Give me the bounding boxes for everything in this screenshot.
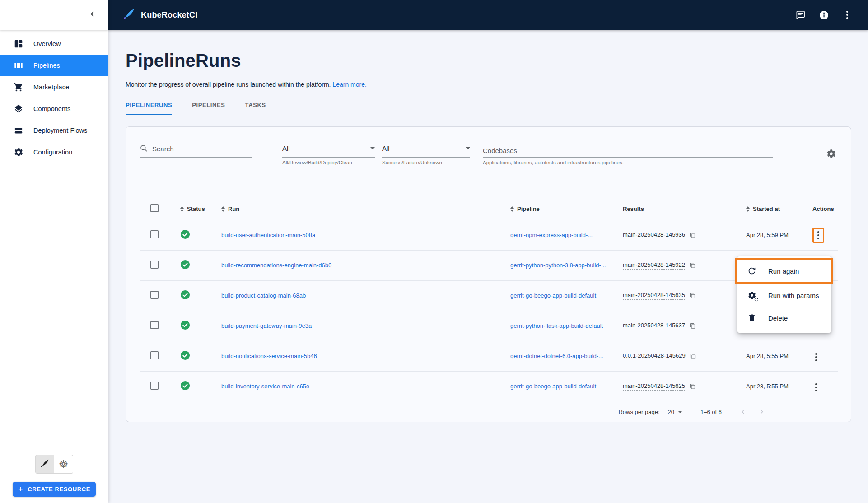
menu-item-delete[interactable]: Delete — [737, 307, 831, 329]
learn-more-link[interactable]: Learn more. — [332, 81, 366, 88]
rocket-view-toggle-button[interactable] — [35, 455, 54, 474]
copy-icon[interactable] — [690, 353, 696, 359]
pipeline-type-value: All — [282, 144, 290, 152]
pipeline-link[interactable]: gerrit-dotnet-dotnet-6.0-app-build-... — [510, 353, 603, 359]
table-settings-gear-icon[interactable] — [826, 149, 836, 161]
pipeline-link[interactable]: gerrit-npm-express-app-build-... — [510, 232, 593, 238]
run-link[interactable]: build-notifications-service-main-5b46 — [221, 353, 317, 359]
sidebar-item-configuration[interactable]: Configuration — [0, 141, 108, 163]
pipeline-link[interactable]: gerrit-python-flask-app-build-default — [510, 322, 603, 329]
row-checkbox[interactable] — [150, 230, 159, 238]
status-select[interactable]: All Success/Failure/Unknown — [382, 142, 470, 165]
run-link[interactable]: build-recommendations-engine-main-d6b0 — [221, 262, 331, 269]
run-link[interactable]: build-payment-gateway-main-9e3a — [221, 322, 312, 329]
status-success-icon — [180, 325, 190, 331]
run-link[interactable]: build-user-authentication-main-508a — [221, 232, 315, 238]
copy-icon[interactable] — [689, 232, 696, 238]
sidebar-item-label: Overview — [33, 40, 61, 47]
create-resource-label: CREATE RESOURCE — [28, 486, 90, 493]
sidebar-item-marketplace[interactable]: Marketplace — [0, 76, 108, 98]
pipelineruns-table: Status Run Pipeline Results Started at A… — [140, 198, 838, 401]
sidebar-item-label: Configuration — [33, 149, 72, 156]
row-actions-kebab-icon[interactable] — [812, 382, 820, 393]
brand[interactable]: KubeRocketCI — [122, 7, 197, 23]
copy-icon[interactable] — [689, 292, 696, 299]
sidebar: Overview Pipelines Marketplace Component… — [0, 0, 108, 503]
description-text: Monitor the progress of overall pipeline… — [126, 81, 331, 88]
row-checkbox[interactable] — [150, 351, 159, 359]
sidebar-item-label: Deployment Flows — [33, 127, 87, 134]
pipeline-type-select[interactable]: All All/Review/Build/Deploy/Clean — [282, 142, 375, 165]
menu-item-run-again[interactable]: Run again — [735, 258, 833, 284]
gear-refresh-icon — [747, 290, 757, 301]
sort-icon — [180, 206, 184, 212]
column-header-pipeline[interactable]: Pipeline — [510, 205, 623, 212]
run-link[interactable]: build-inventory-service-main-c65e — [221, 383, 309, 390]
previous-page-icon[interactable] — [740, 408, 747, 415]
row-checkbox[interactable] — [150, 321, 159, 329]
copy-icon[interactable] — [689, 322, 696, 329]
sidebar-item-pipelines[interactable]: Pipelines — [0, 55, 108, 76]
rows-per-page-select[interactable]: 20 — [668, 409, 682, 415]
kuberocketci-logo-icon — [122, 7, 135, 23]
main-area: KubeRocketCI PipelineRuns Monitor the pr… — [108, 0, 868, 503]
gear-icon — [13, 147, 24, 158]
sidebar-item-overview[interactable]: Overview — [0, 33, 108, 55]
page-description: Monitor the progress of overall pipeline… — [126, 81, 851, 88]
menu-item-run-with-params[interactable]: Run with params — [737, 284, 831, 307]
result-value: main-20250428-145637 — [623, 322, 685, 330]
table-row: build-product-catalog-main-68ab gerrit-g… — [140, 280, 838, 311]
kubernetes-view-toggle-button[interactable]: ☸ — [54, 455, 73, 474]
create-resource-button[interactable]: + CREATE RESOURCE — [13, 482, 96, 497]
copy-icon[interactable] — [689, 383, 696, 390]
row-actions-kebab-icon[interactable] — [815, 229, 822, 241]
tab-pipelineruns[interactable]: PIPELINERUNS — [126, 102, 172, 115]
status-success-icon — [180, 355, 190, 362]
rocket-icon — [40, 458, 50, 470]
row-checkbox[interactable] — [150, 382, 159, 390]
column-header-run[interactable]: Run — [221, 205, 510, 212]
row-checkbox[interactable] — [150, 261, 159, 269]
started-at-value: Apr 28, 5:55 PM — [746, 383, 789, 390]
result-value: 0.0.1-20250428-145629 — [623, 352, 686, 360]
stacked-bars-icon — [13, 125, 24, 136]
pipeline-link[interactable]: gerrit-python-python-3.8-app-build-... — [510, 262, 606, 269]
pagination-bar: Rows per page: 20 1–6 of 6 — [126, 402, 851, 422]
app-window: Overview Pipelines Marketplace Component… — [0, 0, 868, 503]
trash-icon — [747, 312, 757, 323]
tab-pipelines[interactable]: PIPELINES — [192, 102, 225, 115]
rows-per-page-label: Rows per page: — [618, 409, 659, 415]
tab-bar: PIPELINERUNS PIPELINES TASKS — [126, 102, 851, 115]
row-actions-kebab-icon[interactable] — [812, 351, 820, 363]
started-at-value: Apr 28, 5:59 PM — [746, 232, 789, 238]
search-input[interactable] — [152, 145, 252, 153]
sidebar-item-components[interactable]: Components — [0, 98, 108, 120]
column-header-actions: Actions — [812, 205, 838, 212]
refresh-icon — [747, 265, 757, 276]
collapse-sidebar-icon[interactable] — [89, 10, 97, 20]
run-link[interactable]: build-product-catalog-main-68ab — [221, 292, 306, 299]
sidebar-item-deployment-flows[interactable]: Deployment Flows — [0, 120, 108, 141]
sidebar-item-label: Components — [33, 105, 70, 112]
info-icon[interactable] — [818, 9, 829, 20]
sort-icon — [221, 206, 225, 212]
overview-icon — [13, 38, 24, 49]
column-header-started-at[interactable]: Started at — [746, 205, 812, 212]
column-header-results: Results — [623, 205, 746, 212]
codebases-input[interactable] — [483, 147, 773, 154]
status-value: All — [382, 144, 390, 152]
pagination-nav — [740, 408, 765, 415]
pipeline-link[interactable]: gerrit-go-beego-app-build-default — [510, 292, 596, 299]
next-page-icon[interactable] — [758, 408, 765, 415]
overflow-menu-icon[interactable] — [842, 9, 853, 20]
select-all-checkbox[interactable] — [150, 204, 159, 212]
feedback-chat-icon[interactable] — [795, 9, 806, 20]
pipeline-link[interactable]: gerrit-go-beego-app-build-default — [510, 383, 596, 390]
table-row: build-notifications-service-main-5b46 ge… — [140, 341, 838, 371]
row-checkbox[interactable] — [150, 291, 159, 299]
tab-tasks[interactable]: TASKS — [245, 102, 266, 115]
column-header-status[interactable]: Status — [180, 205, 221, 212]
copy-icon[interactable] — [689, 262, 696, 269]
search-field — [140, 142, 252, 165]
sort-icon — [510, 206, 514, 212]
